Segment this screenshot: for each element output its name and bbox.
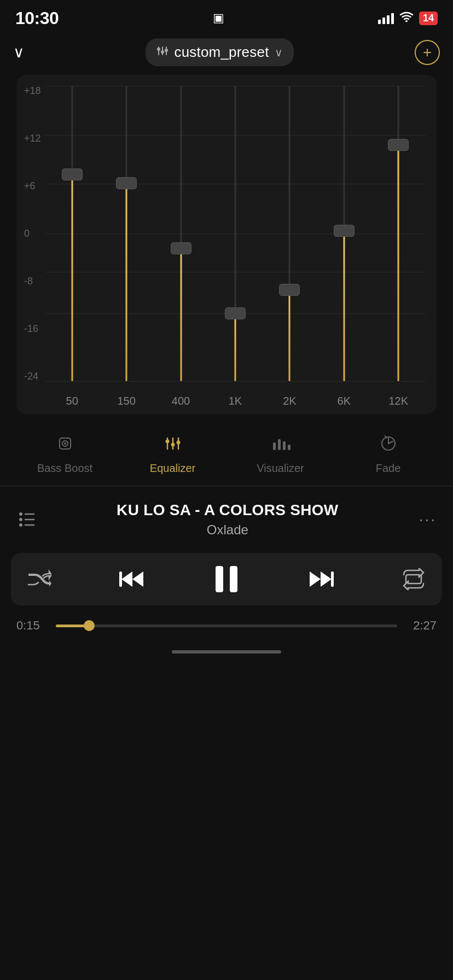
track-title: KU LO SA - A COLORS SHOW xyxy=(47,501,408,519)
svg-point-13 xyxy=(165,440,169,444)
home-bar xyxy=(172,650,281,654)
tab-equalizer[interactable]: Equalizer xyxy=(119,434,226,475)
svg-marker-36 xyxy=(310,571,321,587)
signal-bar-1 xyxy=(378,20,381,24)
svg-point-26 xyxy=(19,518,22,521)
slider-2khz[interactable] xyxy=(263,86,317,381)
current-time: 0:15 xyxy=(16,619,45,633)
svg-marker-35 xyxy=(321,571,332,587)
freq-labels: 50 150 400 1K 2K 6K 12K xyxy=(45,395,426,407)
svg-point-14 xyxy=(171,443,175,447)
sliders-area xyxy=(45,86,426,381)
slider-1khz[interactable] xyxy=(208,86,262,381)
freq-50: 50 xyxy=(45,395,99,407)
freq-400: 400 xyxy=(154,395,208,407)
wifi-icon xyxy=(399,11,414,25)
slider-50hz[interactable] xyxy=(45,86,99,381)
track-artist: Oxlade xyxy=(47,522,408,538)
tab-equalizer-label: Equalizer xyxy=(150,462,195,475)
svg-rect-16 xyxy=(273,442,276,450)
svg-point-0 xyxy=(405,20,408,22)
tab-fade[interactable]: Fade xyxy=(334,434,442,475)
slider-thumb-1khz[interactable] xyxy=(225,307,246,319)
slider-fill-6khz xyxy=(343,234,345,381)
controls-bar xyxy=(11,553,442,605)
fade-icon xyxy=(379,434,398,458)
slider-thumb-150hz[interactable] xyxy=(116,177,137,189)
svg-rect-34 xyxy=(230,566,237,592)
freq-6k: 6K xyxy=(317,395,371,407)
y-label-0: 0 xyxy=(24,229,41,238)
slider-thumb-6khz[interactable] xyxy=(334,225,355,237)
slider-400hz[interactable] xyxy=(154,86,208,381)
preset-selector[interactable]: custom_preset ∨ xyxy=(146,38,293,66)
y-label-6: +6 xyxy=(24,181,41,191)
slider-thumb-50hz[interactable] xyxy=(62,168,83,180)
slider-fill-12khz xyxy=(398,145,399,381)
slider-thumb-12khz[interactable] xyxy=(388,139,409,151)
slider-6khz[interactable] xyxy=(317,86,371,381)
pause-button[interactable] xyxy=(213,565,240,593)
home-indicator xyxy=(0,644,453,658)
y-label-n24: -24 xyxy=(24,371,41,381)
svg-point-6 xyxy=(165,49,168,52)
svg-point-24 xyxy=(19,512,22,516)
status-icons: 14 xyxy=(378,11,438,25)
tab-bass-boost[interactable]: Bass Boost xyxy=(11,434,119,475)
progress-track[interactable] xyxy=(56,625,397,627)
add-preset-button[interactable]: + xyxy=(415,40,440,65)
freq-1k: 1K xyxy=(208,395,262,407)
total-time: 2:27 xyxy=(408,619,437,633)
svg-point-5 xyxy=(161,50,164,54)
bass-boost-icon xyxy=(55,434,75,458)
y-label-n16: -16 xyxy=(24,324,41,334)
grid-line-7 xyxy=(45,381,426,382)
svg-marker-31 xyxy=(132,571,143,587)
queue-button[interactable] xyxy=(16,509,36,530)
svg-line-22 xyxy=(388,441,393,444)
shuffle-button[interactable] xyxy=(27,569,51,589)
repeat-button[interactable] xyxy=(402,568,426,590)
preset-chevron-icon: ∨ xyxy=(275,46,283,59)
slider-fill-1khz xyxy=(234,316,236,381)
notification-icon: ▣ xyxy=(213,11,224,25)
signal-bar-4 xyxy=(391,13,394,24)
slider-thumb-400hz[interactable] xyxy=(171,242,191,254)
progress-section: 0:15 2:27 xyxy=(0,614,453,644)
freq-12k: 12K xyxy=(371,395,426,407)
svg-rect-17 xyxy=(278,439,281,450)
slider-fill-400hz xyxy=(180,251,182,381)
status-time: 10:30 xyxy=(15,8,59,28)
svg-rect-33 xyxy=(216,566,223,592)
slider-thumb-2khz[interactable] xyxy=(279,284,300,296)
rewind-button[interactable] xyxy=(119,569,146,589)
y-label-18: +18 xyxy=(24,86,41,96)
battery-badge: 14 xyxy=(419,11,438,25)
preset-name: custom_preset xyxy=(174,44,269,61)
svg-rect-19 xyxy=(288,445,291,450)
equalizer-icon xyxy=(156,45,169,60)
header: ∨ custom_preset ∨ + xyxy=(0,33,453,75)
svg-marker-30 xyxy=(121,571,132,587)
tab-visualizer[interactable]: Visualizer xyxy=(226,434,334,475)
track-info: KU LO SA - A COLORS SHOW Oxlade xyxy=(47,501,408,538)
slider-fill-150hz xyxy=(126,183,127,381)
forward-button[interactable] xyxy=(307,569,334,589)
signal-bars xyxy=(378,12,394,24)
tab-bass-boost-label: Bass Boost xyxy=(37,462,92,475)
signal-bar-3 xyxy=(387,15,390,24)
collapse-button[interactable]: ∨ xyxy=(13,43,25,61)
freq-2k: 2K xyxy=(263,395,317,407)
svg-rect-32 xyxy=(119,571,122,587)
slider-150hz[interactable] xyxy=(99,86,153,381)
eq-panel: +18 +12 +6 0 -8 -16 -24 xyxy=(16,75,437,414)
slider-12khz[interactable] xyxy=(371,86,426,381)
svg-point-28 xyxy=(19,523,22,527)
signal-bar-2 xyxy=(382,18,385,24)
tab-visualizer-label: Visualizer xyxy=(257,462,304,475)
visualizer-icon xyxy=(271,434,291,458)
more-options-button[interactable]: ··· xyxy=(419,511,437,528)
slider-fill-2khz xyxy=(289,293,291,381)
now-playing: KU LO SA - A COLORS SHOW Oxlade ··· xyxy=(0,486,453,549)
y-label-12: +12 xyxy=(24,133,41,143)
